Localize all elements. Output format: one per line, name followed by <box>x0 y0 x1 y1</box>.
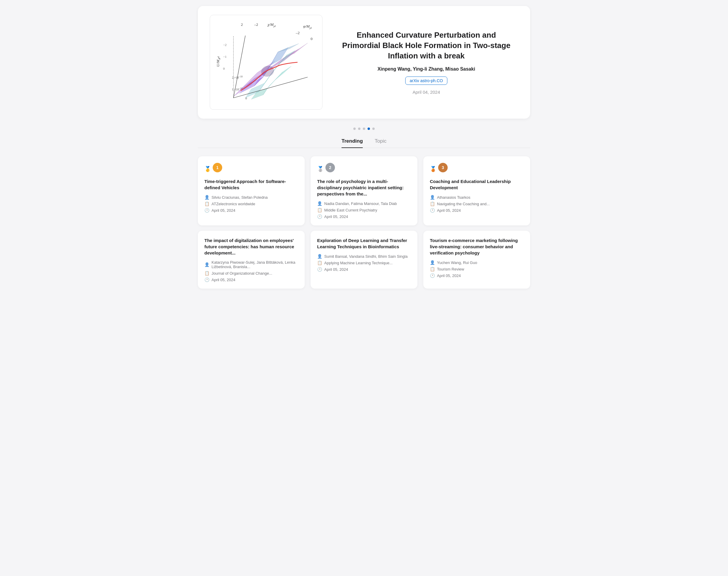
svg-text:−1: −1 <box>223 55 227 58</box>
featured-image: χ/Mpl 2 –2 φ/Mpl –2 0 2 4 U/M4pl −2 −1 0 <box>210 15 323 110</box>
venue-icon-3: 📋 <box>430 201 435 206</box>
date-row-3: 🕐 April 05, 2024 <box>430 208 524 213</box>
person-icon-3: 👤 <box>430 195 435 200</box>
clock-icon-6: 🕐 <box>430 273 435 278</box>
svg-text:2: 2 <box>241 22 243 27</box>
dot-4[interactable] <box>368 127 370 130</box>
featured-date: April 04, 2024 <box>340 90 512 95</box>
authors-row-2: 👤 Nadia Dandan, Fatima Mansour, Tala Dia… <box>317 201 411 206</box>
dot-3[interactable] <box>363 127 365 130</box>
venue-row-6: 📋 Tourism Review <box>430 267 524 271</box>
papers-grid-top: 🥇 1 Time-triggered Approach for Software… <box>198 156 530 225</box>
paper-title-4: The impact of digitalization on employee… <box>204 237 298 256</box>
svg-text:–2: –2 <box>254 22 258 27</box>
main-container: χ/Mpl 2 –2 φ/Mpl –2 0 2 4 U/M4pl −2 −1 0 <box>186 0 542 300</box>
clock-icon-4: 🕐 <box>204 277 209 282</box>
rank-wrapper-2: 🥈 2 <box>317 163 411 175</box>
svg-text:−2: −2 <box>223 43 227 47</box>
authors-row-5: 👤 Sumit Bansal, Vandana Sindhi, Bhim Sai… <box>317 254 411 259</box>
authors-row-1: 👤 Silviu Craciunas, Stefan Poledna <box>204 195 298 200</box>
papers-grid-more: The impact of digitalization on employee… <box>198 231 530 289</box>
rank-wrapper-3: 🥉 3 <box>430 163 524 175</box>
venue-row-3: 📋 Navigating the Coaching and... <box>430 201 524 206</box>
rank-badge-1: 1 <box>213 163 222 172</box>
medal-icon-1: 🥇 <box>204 166 211 172</box>
clock-icon-1: 🕐 <box>204 208 209 213</box>
date-text-2: April 05, 2024 <box>324 214 348 219</box>
venue-row-5: 📋 Applying Machine Learning Technique... <box>317 260 411 265</box>
paper-title-3: Coaching and Educational Leadership Deve… <box>430 178 524 191</box>
date-row-1: 🕐 April 05, 2024 <box>204 208 298 213</box>
authors-text-6: Yuchen Wang, Rui Guo <box>437 260 477 265</box>
featured-authors: Xinpeng Wang, Ying-li Zhang, Misao Sasak… <box>340 66 512 72</box>
venue-text-3: Navigating the Coaching and... <box>437 202 490 206</box>
paper-title-1: Time-triggered Approach for Software-def… <box>204 178 298 191</box>
paper-card-6[interactable]: Tourism e-commerce marketing following l… <box>423 231 530 289</box>
person-icon-6: 👤 <box>430 260 435 265</box>
clock-icon-2: 🕐 <box>317 214 322 219</box>
paper-meta-2: 👤 Nadia Dandan, Fatima Mansour, Tala Dia… <box>317 201 411 219</box>
authors-text-5: Sumit Bansal, Vandana Sindhi, Bhim Sain … <box>324 254 408 259</box>
venue-row-4: 📋 Journal of Organizational Change... <box>204 271 298 276</box>
paper-meta-5: 👤 Sumit Bansal, Vandana Sindhi, Bhim Sai… <box>317 254 411 272</box>
date-row-5: 🕐 April 05, 2024 <box>317 267 411 272</box>
clock-icon-5: 🕐 <box>317 267 322 272</box>
paper-card-4[interactable]: The impact of digitalization on employee… <box>198 231 305 289</box>
tab-trending[interactable]: Trending <box>341 138 363 148</box>
paper-title-5: Exploration of Deep Learning and Transfe… <box>317 237 411 250</box>
paper-card-5[interactable]: Exploration of Deep Learning and Transfe… <box>311 231 417 289</box>
paper-card-1[interactable]: 🥇 1 Time-triggered Approach for Software… <box>198 156 305 225</box>
svg-text:0: 0 <box>223 67 225 70</box>
date-row-6: 🕐 April 05, 2024 <box>430 273 524 278</box>
date-text-1: April 05, 2024 <box>212 208 235 213</box>
venue-icon-2: 📋 <box>317 208 322 212</box>
paper-card-3[interactable]: 🥉 3 Coaching and Educational Leadership … <box>423 156 530 225</box>
venue-text-6: Tourism Review <box>437 267 464 271</box>
featured-content: Enhanced Curvature Perturbation and Prim… <box>334 24 518 100</box>
svg-text:–2: –2 <box>296 31 300 35</box>
person-icon-5: 👤 <box>317 254 322 259</box>
person-icon-4: 👤 <box>204 262 209 267</box>
venue-row-1: 📋 ATZelectronics worldwide <box>204 201 298 206</box>
rank-badge-2: 2 <box>326 163 335 172</box>
date-text-5: April 05, 2024 <box>324 267 348 272</box>
tab-topic[interactable]: Topic <box>375 138 387 148</box>
venue-text-2: Middle East Current Psychiatry <box>324 208 377 212</box>
date-text-6: April 05, 2024 <box>437 273 461 278</box>
tab-bar: Trending Topic <box>198 138 530 148</box>
paper-title-6: Tourism e-commerce marketing following l… <box>430 237 524 256</box>
authors-text-1: Silviu Craciunas, Stefan Poledna <box>212 195 268 200</box>
carousel-dots <box>198 127 530 130</box>
person-icon-2: 👤 <box>317 201 322 206</box>
date-text-3: April 05, 2024 <box>437 208 461 213</box>
svg-text:0: 0 <box>311 36 313 41</box>
authors-text-4: Katarzyna Piwowar-Sulej, Jana Blštáková,… <box>212 260 298 269</box>
rank-wrapper-1: 🥇 1 <box>204 163 298 175</box>
featured-title: Enhanced Curvature Perturbation and Prim… <box>340 30 512 61</box>
medal-icon-2: 🥈 <box>317 166 324 172</box>
venue-icon-4: 📋 <box>204 271 209 276</box>
date-row-2: 🕐 April 05, 2024 <box>317 214 411 219</box>
authors-row-6: 👤 Yuchen Wang, Rui Guo <box>430 260 524 265</box>
venue-text-5: Applying Machine Learning Technique... <box>324 261 392 265</box>
featured-tag[interactable]: arXiv astro-ph.CO <box>405 77 447 85</box>
venue-text-4: Journal of Organizational Change... <box>212 271 272 276</box>
paper-meta-1: 👤 Silviu Craciunas, Stefan Poledna 📋 ATZ… <box>204 195 298 213</box>
person-icon-1: 👤 <box>204 195 209 200</box>
dot-1[interactable] <box>353 127 356 130</box>
venue-text-1: ATZelectronics worldwide <box>212 202 255 206</box>
authors-row-4: 👤 Katarzyna Piwowar-Sulej, Jana Blštákov… <box>204 260 298 269</box>
dot-5[interactable] <box>372 127 375 130</box>
authors-text-3: Athanasios Tsarkos <box>437 195 471 200</box>
medal-icon-3: 🥉 <box>430 166 437 172</box>
venue-row-2: 📋 Middle East Current Psychiatry <box>317 208 411 212</box>
rank-badge-3: 3 <box>438 163 448 172</box>
date-text-4: April 05, 2024 <box>212 278 235 282</box>
dot-2[interactable] <box>358 127 360 130</box>
paper-title-2: The role of psychology in a multi-discip… <box>317 178 411 197</box>
authors-text-2: Nadia Dandan, Fatima Mansour, Tala Diab <box>324 201 397 206</box>
paper-card-2[interactable]: 🥈 2 The role of psychology in a multi-di… <box>311 156 417 225</box>
paper-meta-4: 👤 Katarzyna Piwowar-Sulej, Jana Blštákov… <box>204 260 298 282</box>
plot-svg: χ/Mpl 2 –2 φ/Mpl –2 0 2 4 U/M4pl −2 −1 0 <box>210 15 322 110</box>
clock-icon-3: 🕐 <box>430 208 435 213</box>
